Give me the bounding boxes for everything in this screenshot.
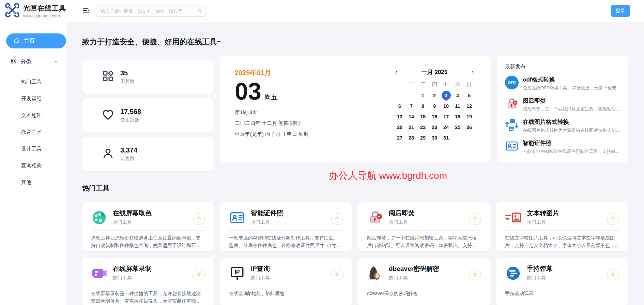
tool-card-7[interactable]: 手持弹幕 热门工具 手持滚动弹幕: [496, 258, 628, 305]
calendar-prev-button[interactable]: [394, 70, 399, 75]
sidebar-toggle-button[interactable]: [80, 5, 92, 17]
tool-card-4[interactable]: 在线屏幕录制 热门工具 在线屏幕录制是一种便捷的工具，允许您直接通过浏览器录制屏…: [82, 258, 214, 305]
calendar-day-5[interactable]: 5: [463, 90, 475, 101]
sidebar-item-1[interactable]: 开发运维: [0, 90, 66, 107]
search-box[interactable]: [96, 5, 206, 17]
sidebar-item-6[interactable]: 其他: [0, 174, 66, 191]
sidebar-item-4[interactable]: 设计工具: [0, 141, 66, 157]
calendar-day-18[interactable]: 18: [452, 111, 463, 122]
calendar-day-16[interactable]: 16: [429, 111, 440, 122]
calendar-day-24[interactable]: 24: [440, 122, 452, 132]
stat-value: 3,374: [120, 146, 137, 154]
favorite-button[interactable]: [607, 269, 619, 280]
tool-card-desc: 在线查询ip地址、ip归属地: [229, 290, 343, 297]
calendar-day-8[interactable]: 8: [417, 101, 429, 111]
calendar-weekday-label: 日: [463, 81, 475, 90]
latest-item-1[interactable]: 阅后即焚 阅后即焚，是一个在线消息加密工具，实现私信已读后...: [505, 97, 620, 112]
stat-value: 17,568: [120, 108, 141, 116]
sidebar-item-3[interactable]: 教育学术: [0, 124, 66, 141]
search-input[interactable]: [96, 5, 206, 17]
calendar-day-3-selected[interactable]: 3: [440, 90, 452, 101]
sidebar-category-toggle[interactable]: 分类: [10, 58, 58, 66]
id-photo-icon: [505, 139, 519, 153]
calendar-day-21[interactable]: 21: [405, 122, 417, 132]
calendar-day-17[interactable]: 17: [440, 111, 452, 122]
favorite-button[interactable]: [607, 213, 619, 225]
stat-label: 使用次数: [120, 117, 141, 123]
favorite-button[interactable]: [469, 269, 481, 280]
divider: [505, 286, 619, 286]
heart-icon: [102, 108, 114, 122]
calendar-day-4[interactable]: 4: [452, 90, 463, 101]
tool-card-5[interactable]: IP IP查询 热门工具 在线查询ip地址、ip归属地: [220, 258, 352, 305]
star-icon: [610, 272, 616, 278]
calendar-day-15[interactable]: 15: [417, 111, 429, 122]
calendar-day-30[interactable]: 30: [429, 132, 440, 143]
calendar-day-25[interactable]: 25: [452, 122, 463, 132]
tool-card-title: 在线屏幕录制: [113, 264, 152, 273]
favorite-button[interactable]: [469, 213, 481, 225]
calendar-day-23[interactable]: 23: [429, 122, 440, 132]
hot-tools-title: 热门工具: [82, 184, 629, 193]
sidebar-item-2[interactable]: 文本处理: [0, 107, 66, 124]
calendar-day-20[interactable]: 20: [394, 122, 405, 132]
stat-card-1: 17,568 使用次数: [82, 98, 214, 132]
tool-card-title: 在线屏幕取色: [113, 209, 152, 218]
search-icon[interactable]: [197, 8, 202, 15]
favorite-button[interactable]: [193, 269, 205, 280]
danmaku-icon: [505, 265, 521, 281]
latest-item-2[interactable]: 在线图片格式转换 在线图片格式转换为大家提供在线图片转格式功能，不...: [505, 118, 620, 133]
calendar-day-19[interactable]: 19: [463, 111, 475, 122]
calendar-day-1[interactable]: 1: [417, 90, 429, 101]
calendar-day-7[interactable]: 7: [405, 101, 417, 111]
tool-card-desc: 一款专业的AI智能在线证件照制作工具，支持白底、蓝底、红底等多种底色，轻松修改证…: [229, 234, 343, 249]
favorite-button[interactable]: [193, 213, 205, 225]
home-icon: [14, 37, 20, 45]
calendar-weekday-label: 二: [405, 81, 417, 90]
latest-item-3[interactable]: 智能证件照 一款专业的AI智能在线证件照制作工具，支持白底、蓝...: [505, 139, 620, 155]
calendar-day-9[interactable]: 9: [429, 101, 440, 111]
calendar-day-10[interactable]: 10: [440, 101, 452, 111]
favorite-button[interactable]: [331, 269, 343, 280]
calendar-day-grid: 1234567891011121314151617181920212223242…: [394, 90, 475, 143]
calendar-day-6[interactable]: 6: [394, 101, 405, 111]
brand[interactable]: 光匣在线工具 www.qiguangit.com: [5, 3, 66, 19]
tool-card-3[interactable]: 文本转图片 热门工具 在线文字转图片工具，可以快速将文本文字转换成图片，支持自定…: [496, 202, 628, 251]
id-photo-icon: [229, 209, 245, 226]
stat-card-0: 35 工具数: [82, 60, 214, 94]
calendar-next-button[interactable]: [470, 70, 475, 75]
latest-item-0[interactable]: OFD odf格式转换 免费在线OFD转换工具，简便快捷，无需下载安装。轻...: [505, 76, 620, 91]
latest-item-title: 智能证件照: [523, 139, 622, 147]
text-image-icon: [505, 209, 521, 226]
calendar-day-28[interactable]: 28: [405, 132, 417, 143]
tool-card-2[interactable]: 阅后即焚 热门工具 阅后即焚，是一个在线消息加密工具，实现私信已读后自动销毁。可…: [358, 202, 490, 251]
calendar-day-31[interactable]: 31: [440, 132, 452, 143]
sidebar-item-home[interactable]: 首页: [6, 33, 66, 48]
calendar-day-27[interactable]: 27: [394, 132, 405, 143]
calendar-lunar-line1: 二〇二四年 十二月 初四 卯时: [235, 120, 309, 127]
tool-card-title: 智能证件照: [251, 209, 283, 218]
calendar-day-2[interactable]: 2: [429, 90, 440, 101]
login-button[interactable]: 登录: [611, 5, 630, 17]
calendar-day-29[interactable]: 29: [417, 132, 429, 143]
tool-card-1[interactable]: 智能证件照 热门工具 一款专业的AI智能在线证件照制作工具，支持白底、蓝底、红底…: [220, 202, 352, 251]
sidebar-item-5[interactable]: 查询相关: [0, 157, 66, 174]
star-icon: [472, 216, 478, 222]
tool-card-desc: dbeaver保存的密码解密: [367, 290, 481, 297]
chevron-up-icon: [53, 59, 58, 64]
calendar-day-12[interactable]: 12: [463, 101, 475, 111]
sidebar-category-label: 分类: [20, 58, 31, 66]
favorite-button[interactable]: [331, 213, 343, 225]
sidebar-item-0[interactable]: 热门工具: [0, 74, 66, 90]
tool-card-title: dbeaver密码解密: [389, 264, 440, 273]
tool-card-0[interactable]: 在线屏幕取色 热门工具 这款工具让您轻松获取屏幕上任意位置的颜色值，支持自动复制…: [82, 202, 214, 251]
calendar-day-11[interactable]: 11: [452, 101, 463, 111]
calendar-day-22[interactable]: 22: [417, 122, 429, 132]
calendar-day-14[interactable]: 14: [405, 111, 417, 122]
tool-card-6[interactable]: dbeaver密码解密 热门工具 dbeaver保存的密码解密: [358, 258, 490, 305]
stats-column: 35 工具数 17,568 使用次数 3,374 访客数: [82, 56, 214, 171]
calendar-day-26[interactable]: 26: [463, 122, 475, 132]
burn-lock-icon: [367, 209, 383, 226]
stat-label: 访客数: [120, 156, 137, 162]
calendar-day-13[interactable]: 13: [394, 111, 405, 122]
